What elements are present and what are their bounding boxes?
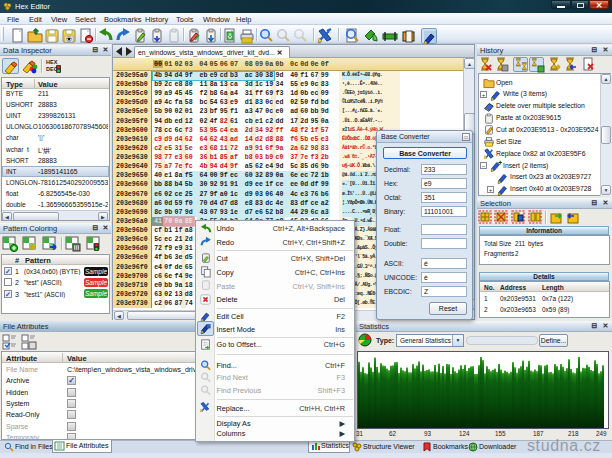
svg-text:HEX: HEX [46, 59, 58, 65]
svg-text:DEC: DEC [46, 66, 58, 72]
svg-text:★: ★ [66, 36, 71, 42]
